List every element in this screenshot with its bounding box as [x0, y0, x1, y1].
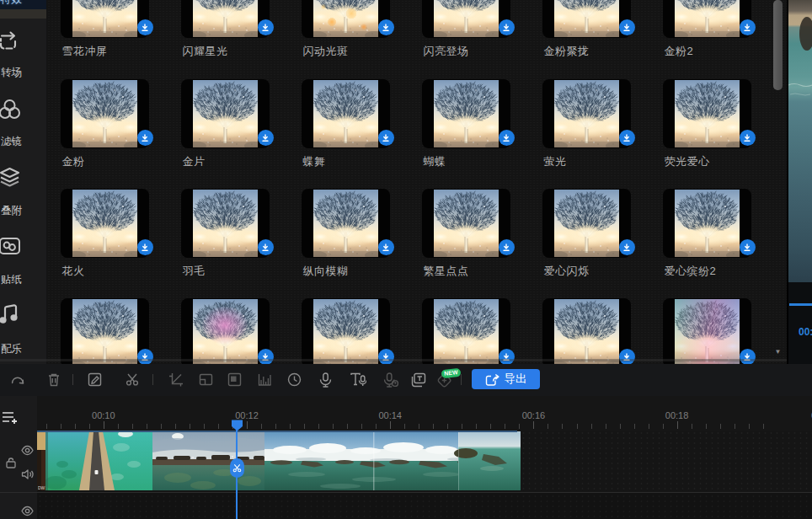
svg-text:DW: DW	[38, 485, 45, 490]
